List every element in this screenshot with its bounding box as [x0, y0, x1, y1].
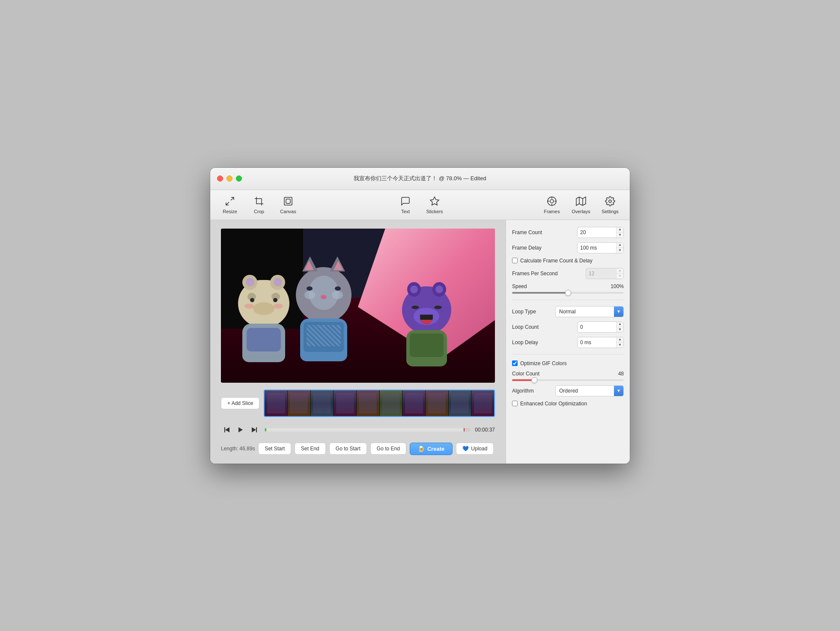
minimize-button[interactable] [226, 176, 232, 182]
algorithm-label: Algorithm [512, 388, 534, 394]
enhanced-label[interactable]: Enhanced Color Optimization [520, 401, 587, 407]
frame-count-up[interactable]: ▲ [617, 227, 623, 232]
playback-row: 00:00:37 [221, 424, 495, 436]
svg-marker-11 [576, 197, 586, 205]
window-title: 我宣布你们三个今天正式出道了！ @ 78.0% — Edited [354, 175, 486, 182]
optimize-checkbox[interactable] [512, 360, 518, 366]
time-display: 00:00:37 [475, 427, 495, 433]
fps-field [586, 271, 616, 277]
go-to-start-button[interactable]: Go to Start [329, 443, 367, 455]
color-count-value: 48 [618, 371, 624, 377]
preview-image [221, 229, 495, 383]
svg-marker-17 [238, 427, 243, 432]
frame-delay-row: Frame Delay ▲ ▼ [512, 242, 624, 253]
play-button[interactable] [235, 424, 247, 436]
svg-line-0 [231, 197, 234, 200]
toolbar-right-group: Frames Overlays [537, 192, 625, 217]
loop-type-arrow: ▼ [614, 307, 623, 317]
timeline-thumb-1[interactable] [265, 390, 287, 416]
crop-button[interactable]: Crop [244, 192, 274, 217]
frame-count-down[interactable]: ▼ [617, 232, 623, 238]
frame-delay-field[interactable] [578, 245, 616, 251]
optimize-label[interactable]: Optimize GIF Colors [520, 360, 567, 366]
timeline-thumb-7[interactable] [402, 390, 425, 416]
speed-value: 100% [611, 283, 624, 289]
canvas-button[interactable]: Canvas [274, 192, 303, 217]
stickers-button[interactable]: Stickers [420, 192, 449, 217]
settings-icon [604, 195, 616, 207]
frame-delay-input[interactable]: ▲ ▼ [577, 242, 624, 253]
overlays-button[interactable]: Overlays [566, 192, 596, 217]
text-label: Text [401, 209, 410, 214]
loop-delay-field[interactable] [578, 339, 616, 345]
speed-row: Speed 100% [512, 283, 624, 294]
fps-stepper: ▲ ▼ [616, 268, 623, 279]
frame-count-row: Frame Count ▲ ▼ [512, 227, 624, 238]
go-to-end-button[interactable]: Go to End [370, 443, 406, 455]
canvas-label: Canvas [280, 209, 296, 214]
timeline-thumb-3[interactable] [311, 390, 334, 416]
traffic-lights [217, 176, 242, 182]
canvas-icon [282, 195, 294, 207]
loop-count-label: Loop Count [512, 324, 539, 330]
frame-delay-up[interactable]: ▲ [617, 242, 623, 248]
create-button[interactable]: 🍺 Create [410, 443, 453, 455]
settings-button[interactable]: Settings [596, 192, 625, 217]
algorithm-row: Algorithm Ordered Floyd-Steinberg None ▼ [512, 385, 624, 396]
timeline-thumb-4[interactable] [334, 390, 356, 416]
loop-type-label: Loop Type [512, 309, 536, 315]
timeline-thumb-10[interactable] [471, 390, 494, 416]
enhanced-checkbox[interactable] [512, 401, 518, 406]
text-button[interactable]: Text [391, 192, 420, 217]
svg-point-6 [550, 199, 554, 203]
add-slice-button[interactable]: + Add Slice [221, 397, 259, 409]
timeline-thumb-6[interactable] [380, 390, 402, 416]
color-count-header: Color Count 48 [512, 371, 624, 377]
set-start-button[interactable]: Set Start [258, 443, 291, 455]
color-count-label: Color Count [512, 371, 539, 377]
maximize-button[interactable] [236, 176, 242, 182]
resize-button[interactable]: Resize [215, 192, 244, 217]
loop-type-select[interactable]: Normal Reverse Ping Pong ▼ [555, 306, 624, 317]
frames-button[interactable]: Frames [537, 192, 566, 217]
calc-checkbox[interactable] [512, 258, 518, 263]
calc-label[interactable]: Calculate Frame Count & Delay [520, 258, 593, 264]
loop-count-up[interactable]: ▲ [617, 321, 623, 327]
go-to-end-icon-button[interactable] [248, 424, 260, 436]
go-to-start-icon-button[interactable] [221, 424, 233, 436]
timeline-thumb-5[interactable] [357, 390, 379, 416]
timeline-thumb-9[interactable] [449, 390, 471, 416]
fps-down: ▼ [617, 274, 623, 279]
right-panel: Frame Count ▲ ▼ Frame Delay ▲ ▼ [506, 220, 630, 464]
frame-delay-down[interactable]: ▼ [617, 248, 623, 253]
speed-slider[interactable] [512, 292, 624, 294]
upload-button[interactable]: 💙 Upload [456, 443, 494, 455]
main-content: + Add Slice [210, 220, 630, 464]
timeline-thumb-8[interactable] [426, 390, 448, 416]
svg-marker-16 [225, 427, 229, 432]
loop-delay-input[interactable]: ▲ ▼ [577, 337, 624, 348]
loop-delay-down[interactable]: ▼ [617, 342, 623, 348]
loop-count-down[interactable]: ▼ [617, 327, 623, 333]
loop-count-field[interactable] [578, 324, 616, 330]
calc-frame-row: Calculate Frame Count & Delay [512, 258, 624, 264]
algorithm-field[interactable]: Ordered Floyd-Steinberg None [556, 388, 614, 394]
frame-count-input[interactable]: ▲ ▼ [577, 227, 624, 238]
set-end-button[interactable]: Set End [295, 443, 326, 455]
color-count-slider[interactable] [512, 379, 624, 381]
svg-marker-18 [252, 427, 256, 432]
animation-scene [221, 229, 495, 383]
frame-count-field[interactable] [578, 229, 616, 235]
timeline-thumb-2[interactable] [288, 390, 310, 416]
progress-bar[interactable] [265, 428, 471, 432]
algorithm-select[interactable]: Ordered Floyd-Steinberg None ▼ [555, 385, 624, 396]
stickers-icon [429, 195, 441, 207]
loop-count-input[interactable]: ▲ ▼ [577, 321, 624, 333]
close-button[interactable] [217, 176, 223, 182]
create-label: Create [427, 446, 444, 452]
loop-delay-up[interactable]: ▲ [617, 337, 623, 342]
timeline-strip [264, 390, 495, 417]
frames-label: Frames [544, 209, 560, 214]
loop-type-field[interactable]: Normal Reverse Ping Pong [556, 309, 614, 315]
settings-label: Settings [602, 209, 619, 214]
